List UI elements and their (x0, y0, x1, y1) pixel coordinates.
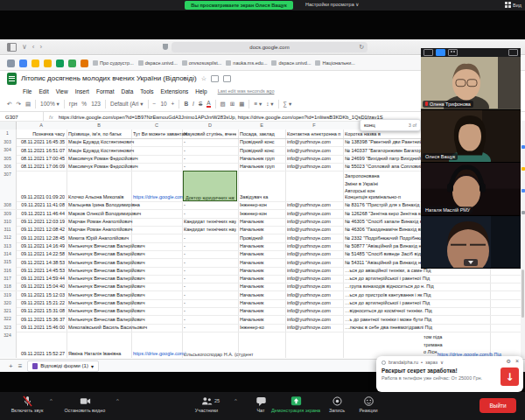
cell-degree[interactable]: - (184, 260, 236, 266)
cell-time[interactable]: Позначка часу (18, 131, 65, 137)
move-folder-icon[interactable] (211, 75, 219, 82)
undo-icon[interactable]: ↶ (7, 101, 11, 108)
row-number[interactable]: 1 (0, 130, 15, 136)
view-button[interactable]: Вид (505, 2, 522, 8)
participants-button[interactable]: Участники 25 (179, 396, 234, 413)
cell-position[interactable]: Інженер-кон (240, 211, 284, 217)
favicon-bookmark-1[interactable] (19, 60, 27, 67)
sheet-row-324[interactable]: 32409.11.2021 15:52:27Явкіна Наталія Іва… (0, 332, 525, 358)
favicon-bookmark-2[interactable] (32, 60, 39, 67)
cell-time[interactable]: 08.11.2021 16:45:35 (18, 139, 65, 145)
cell-position[interactable]: Інженер-ко (240, 325, 284, 331)
row-number[interactable]: 311 (0, 227, 15, 232)
sidebar-toggle-icon[interactable] (7, 43, 17, 52)
cell-position[interactable]: Начальник (240, 308, 284, 314)
cell-degree[interactable]: - (184, 317, 236, 323)
collapse-videos-button[interactable] (464, 259, 478, 266)
gallery-view-icon[interactable] (448, 49, 458, 56)
cell-name[interactable]: Мальцева Ірина Володимирівна (68, 202, 180, 208)
menu-format[interactable]: Format (96, 88, 115, 94)
cell-email[interactable]: info@yuzhnoye.com (287, 325, 341, 331)
fill-color-icon[interactable]: ▨ (220, 101, 226, 108)
cell-degree[interactable]: - (184, 251, 236, 257)
reactions-button[interactable]: Реакции (352, 396, 385, 413)
forward-icon[interactable]: › (40, 44, 43, 51)
cell-position[interactable]: Начальник (240, 251, 284, 257)
cell-position[interactable]: Провідний (240, 235, 284, 242)
number-format-button[interactable]: 123 (91, 101, 101, 107)
redo-icon[interactable]: ↷ (16, 101, 20, 108)
cell-time[interactable]: 08.11.2021 17:06:09 (18, 164, 65, 170)
cell-name[interactable]: Мельничук Вячеслав Валерійович (68, 284, 180, 290)
cell-position[interactable]: Начальник груп (240, 164, 284, 170)
cell-name[interactable]: Мельничук Вячеслав Валерійович (68, 276, 180, 282)
bookmark-item-2[interactable]: onvsosuspilst... (182, 60, 222, 66)
addons-icon[interactable] (522, 211, 525, 214)
cell-email[interactable]: info@yuzhnoye.com (287, 219, 341, 225)
cell-name[interactable]: Марчан Роман Анатолійович (68, 219, 180, 225)
column-header-F[interactable]: F (285, 122, 343, 128)
bookmark-item-0[interactable]: Про судоустр... (93, 60, 134, 66)
row-number[interactable]: 322 (0, 316, 15, 321)
cell-degree[interactable]: - (184, 211, 236, 217)
cell-desc[interactable]: …відноситься до космічної техніки. Під (345, 308, 521, 314)
bold-button[interactable]: B (184, 101, 188, 107)
row-number[interactable]: 303 (0, 139, 15, 144)
favicon-bookmark-0[interactable] (7, 60, 15, 67)
cell-time[interactable]: 09.11.2021 15:31:08 (18, 308, 65, 314)
currency-format-button[interactable]: грн (69, 101, 78, 107)
cell-degree[interactable]: - (184, 268, 236, 274)
cell-email[interactable]: info@yuzhnoye.com (287, 268, 341, 274)
functions-icon[interactable]: ∑ ▾ (284, 101, 292, 108)
cell-email[interactable]: info@yuzhnoye.com (287, 211, 341, 217)
cell-position[interactable]: Начальник (240, 284, 284, 290)
cell-degree[interactable]: - (184, 325, 236, 331)
percent-format-button[interactable]: % (81, 101, 87, 107)
cell-time[interactable]: 09.11.2021 01:09:20 (18, 194, 65, 200)
cell-position[interactable]: Завідувач ка (240, 194, 284, 200)
cell-position[interactable]: Начальник груп (240, 156, 284, 162)
text-color-button[interactable]: A (206, 100, 210, 108)
participant-video-2[interactable]: Наталя Маслій РМУ (421, 163, 521, 216)
calendar-icon[interactable] (522, 145, 525, 149)
cell-position[interactable]: Начальник (240, 243, 284, 249)
row-number[interactable]: 309 (0, 211, 15, 216)
cell-time[interactable]: 09.11.2021 12:03:19 (18, 219, 65, 225)
row-number[interactable]: 314 (0, 251, 15, 256)
row-number[interactable]: 323 (0, 325, 15, 330)
cell-degree[interactable]: - (184, 164, 236, 170)
find-query-input[interactable]: конц (364, 122, 375, 128)
cell-position[interactable]: Начальник (240, 292, 284, 298)
row-number[interactable]: 308 (0, 202, 15, 207)
cell-position[interactable]: Посада, заклад (240, 131, 284, 137)
cell-position[interactable]: Начальник (240, 317, 284, 323)
column-header-E[interactable]: E (238, 122, 285, 128)
borders-icon[interactable]: ⊞ (230, 101, 234, 108)
cell-email[interactable]: info@yuzhnoye.com (287, 317, 341, 323)
cell-name[interactable]: Мацін Едуард Костянтинович (68, 148, 180, 154)
participant-video-0[interactable]: Олена Трифонова (421, 57, 521, 110)
cell-name[interactable]: Мельничук Вячеслав Валерійович (68, 308, 180, 314)
merge-cells-icon[interactable]: ▦ (239, 101, 244, 108)
cell-email[interactable]: info@yuzhnoye.com (287, 243, 341, 249)
audio-options-caret[interactable]: ^ (50, 398, 52, 403)
cell-email[interactable]: info@yuzhnoye.com (287, 276, 341, 282)
highlighted-cell[interactable]: Доктор юридичних наук (183, 171, 237, 201)
cell-time[interactable]: 09.11.2021 14:38:53 (18, 260, 65, 266)
vertical-scrollbar[interactable] (522, 270, 524, 318)
cell-degree[interactable]: Науковий ступінь, вчене (184, 131, 236, 137)
cell-time[interactable]: 09.11.2021 15:46:00 (18, 325, 65, 331)
cell-desc[interactable]: …ься до артилерійської і ракетної Під (345, 300, 521, 306)
cell-name[interactable]: Мельничук Вячеслав Валерійович (68, 268, 180, 274)
zoom-select[interactable]: 100% ▾ (40, 101, 60, 108)
cell-name[interactable]: Марчан Роман Анатолійович (68, 227, 180, 233)
browser-notification[interactable]: brandalpha.ru • зараз ∨ Раскрыт секрет з… (376, 356, 523, 392)
back-icon[interactable]: ‹ (32, 44, 35, 51)
tasks-icon[interactable] (522, 189, 525, 192)
cell-email[interactable]: info@yuzhnoye.com (287, 156, 341, 162)
cell-email[interactable]: info@yuzhnoye.com (287, 284, 341, 290)
column-header-C[interactable]: C (131, 122, 182, 128)
cell-time[interactable]: 09.11.2021 12:08:42 (18, 227, 65, 233)
row-number[interactable]: 305 (0, 156, 15, 161)
cell-time[interactable]: 09.11.2021 15:36:37 (18, 317, 65, 323)
